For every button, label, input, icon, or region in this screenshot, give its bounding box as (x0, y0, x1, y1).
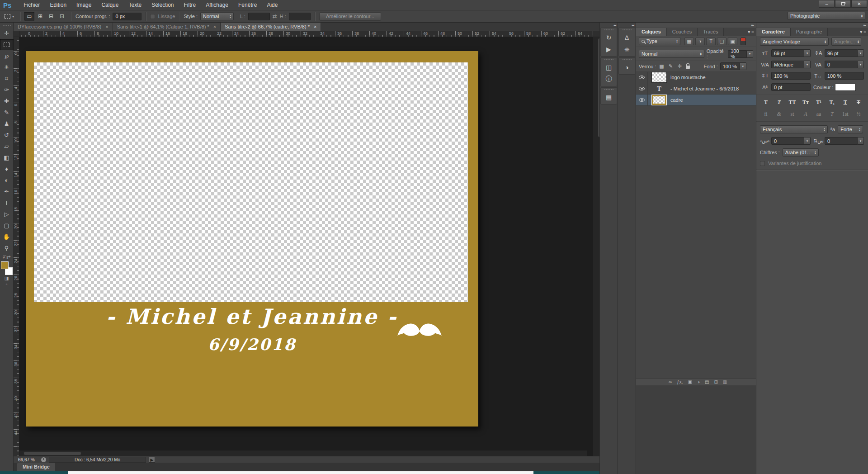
eraser-tool[interactable]: ▱ (0, 141, 14, 152)
ordinals-icon[interactable]: 1st (840, 110, 850, 118)
antialias-checkbox[interactable] (150, 14, 155, 19)
new-adjustment-layer-icon[interactable]: ◑ (697, 379, 700, 384)
shape-tool[interactable]: ▢ (0, 220, 14, 231)
canvas-viewport[interactable]: - Michel et Jeannine - 6/9/2018 (19, 37, 593, 456)
menu-item[interactable]: Fenêtre (233, 0, 262, 10)
section-grip[interactable] (604, 59, 613, 60)
restore-button[interactable] (835, 0, 851, 8)
titling-alternates-icon[interactable]: T (827, 110, 837, 118)
navigator-panel-icon[interactable]: ⎈ (619, 43, 635, 55)
document-size-status[interactable]: Doc : 6,54 Mo/2,20 Mo (49, 457, 146, 463)
faux-italic-icon[interactable]: T (774, 98, 784, 106)
kashida-short-dropdown[interactable]: 0 (771, 137, 811, 145)
menu-item[interactable]: Aide (262, 0, 283, 10)
scrollbar-thumb[interactable] (24, 451, 81, 455)
lasso-tool[interactable]: ℘ (0, 50, 14, 62)
adjustments-panel-icon[interactable]: ◑ (619, 62, 635, 73)
spot-healing-brush-tool[interactable]: ✚ (0, 95, 14, 107)
opacity-dropdown[interactable]: 100 % (728, 50, 753, 58)
menu-item[interactable]: Fichier (19, 0, 45, 10)
menu-item[interactable]: Affichage (201, 0, 233, 10)
filter-type-dropdown[interactable]: Type (639, 37, 680, 45)
tab-traces[interactable]: Tracés (698, 28, 724, 36)
filter-toggle-switch[interactable] (741, 38, 746, 45)
menu-item[interactable]: Image (71, 0, 96, 10)
ligatures-icon[interactable]: fi (761, 110, 771, 118)
panel-menu-icon[interactable]: ≡ (748, 29, 754, 34)
font-style-dropdown[interactable]: Angelin... (831, 38, 861, 46)
section-grip[interactable] (623, 29, 632, 30)
crop-tool[interactable]: ⌗ (0, 73, 14, 84)
histogram-panel-icon[interactable]: ∆ (619, 32, 635, 43)
horizontal-scale-field[interactable]: 100 % (825, 72, 864, 80)
history-panel-icon[interactable]: ↻ (601, 32, 617, 43)
workspace-dropdown[interactable]: Photographie (788, 12, 865, 20)
layer-row-selected[interactable]: cadre (636, 95, 756, 106)
status-menu-arrow-icon[interactable]: ▶ (149, 457, 155, 463)
timing-icon[interactable] (41, 457, 46, 462)
section-grip[interactable] (604, 29, 613, 30)
pen-tool[interactable]: ✒ (0, 186, 14, 197)
visibility-cell[interactable] (636, 83, 648, 94)
chevron-down-icon[interactable] (740, 62, 746, 70)
zoom-tool[interactable]: ⚲ (0, 242, 14, 254)
chevron-down-icon[interactable] (858, 49, 864, 57)
discretionary-ligatures-icon[interactable]: st (788, 110, 797, 118)
leading-dropdown[interactable]: 96 pt (825, 49, 864, 57)
language-dropdown[interactable]: Français (760, 125, 828, 133)
brush-tool[interactable]: ✎ (0, 107, 14, 118)
menu-item[interactable]: Calque (96, 0, 123, 10)
default-swap-colors-icon[interactable]: ◰⇄ (3, 255, 11, 260)
new-layer-icon[interactable]: ⊞ (714, 379, 717, 384)
visibility-cell[interactable] (636, 95, 648, 105)
blur-tool[interactable]: ♦ (0, 163, 14, 175)
menu-item[interactable]: Filtre (179, 0, 201, 10)
tab-caractere[interactable]: Caractère (756, 28, 791, 36)
height-input[interactable] (289, 13, 311, 20)
superscript-icon[interactable]: T¹ (814, 98, 824, 106)
add-selection-icon[interactable]: ⊞ (35, 12, 45, 21)
minimize-button[interactable]: – (819, 0, 835, 8)
close-tab-icon[interactable]: × (213, 24, 216, 29)
lock-position-icon[interactable]: ✛ (677, 63, 683, 70)
underline-icon[interactable]: T (840, 98, 850, 106)
current-tool-button[interactable]: ▾ (3, 13, 16, 19)
clone-stamp-tool[interactable]: ♟ (0, 118, 14, 129)
collapse-panels-icon[interactable]: ◂◂ (618, 23, 636, 28)
kashida-long-dropdown[interactable]: 0 (825, 137, 864, 145)
blend-mode-dropdown[interactable]: Normal (639, 50, 704, 58)
strikethrough-icon[interactable]: T (854, 98, 863, 106)
layer-style-icon[interactable]: ƒx. (677, 379, 683, 384)
tracking-dropdown[interactable]: 0 (825, 61, 864, 68)
visibility-cell[interactable] (636, 72, 648, 83)
lock-pixels-icon[interactable]: ✎ (668, 63, 674, 70)
horizontal-ruler[interactable]: 0246810121416182022242628303234363840424… (19, 31, 599, 37)
feather-input[interactable] (113, 13, 142, 20)
tool-presets-panel-icon[interactable]: ▤ (601, 91, 617, 103)
document-tab-active[interactable]: Sans titre-2 @ 66,7% (cadre, RVB/8) *× (221, 23, 321, 31)
font-size-dropdown[interactable]: 69 pt (771, 49, 811, 57)
layer-thumbnail[interactable] (651, 95, 667, 105)
add-layer-mask-icon[interactable]: ▣ (688, 379, 692, 384)
zoom-level-input[interactable] (14, 457, 38, 462)
chevron-down-icon[interactable] (858, 61, 864, 68)
move-tool[interactable]: ✛ (0, 28, 14, 39)
vertical-scrollbar[interactable] (593, 37, 599, 456)
faux-bold-icon[interactable]: T (761, 98, 771, 106)
link-layers-icon[interactable]: ∞ (669, 379, 672, 384)
filter-type-layers-icon[interactable]: T (706, 38, 716, 45)
kerning-dropdown[interactable]: Métrique (771, 61, 811, 68)
width-input[interactable] (248, 13, 270, 20)
menu-item[interactable]: Edition (45, 0, 71, 10)
filter-adjustment-layers-icon[interactable]: ◑ (695, 38, 705, 45)
menu-item[interactable]: Texte (123, 0, 146, 10)
antialias-dropdown[interactable]: Forte (838, 125, 863, 133)
all-caps-icon[interactable]: TT (788, 98, 797, 106)
palette-grip[interactable] (3, 25, 11, 26)
vertical-scale-field[interactable]: 100 % (771, 72, 811, 80)
foreground-color-swatch[interactable] (1, 261, 9, 269)
panel-menu-icon[interactable]: ≡ (860, 29, 866, 34)
chevron-down-icon[interactable] (804, 137, 811, 145)
document-tab[interactable]: Sans titre-1 @ 64,1% (Calque 1, RVB/8) *… (113, 23, 221, 31)
tab-calques[interactable]: Calques (636, 28, 667, 36)
